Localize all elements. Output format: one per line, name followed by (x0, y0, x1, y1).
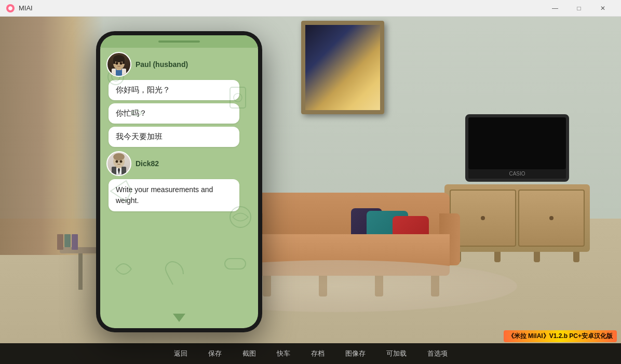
avatar-paul (106, 52, 131, 77)
phone-mockup: Paul (husband) 你好吗，阳光？ 你忙吗？ 我今天要加班 (96, 31, 262, 332)
dick-message-group: Dick82 Write your measurements and weigh… (106, 151, 252, 211)
dick-message[interactable]: Write your measurements and weight. (109, 179, 239, 211)
tv-screen (468, 117, 566, 169)
paul-sender-name: Paul (husband) (136, 60, 188, 69)
cabinet-leg (534, 252, 540, 262)
toolbar-save[interactable]: 保存 (204, 347, 226, 360)
cabinet-leg (494, 252, 501, 262)
toolbar-image-save[interactable]: 图像存 (341, 347, 370, 360)
maximize-button[interactable]: □ (567, 0, 591, 17)
cabinet-legs (455, 252, 579, 262)
curtain (0, 0, 104, 255)
app-icon (6, 4, 15, 12)
background-scene: CASIO (0, 0, 621, 364)
books (57, 234, 78, 250)
cabinet-knob (481, 216, 485, 220)
toolbar-back[interactable]: 返回 (170, 347, 192, 360)
svg-point-22 (120, 160, 123, 163)
tv-cabinet-door-right (518, 190, 585, 247)
window-controls: — □ ✕ (543, 0, 615, 17)
paul-message-1[interactable]: 你好吗，阳光？ (109, 80, 239, 100)
avatar-dick (106, 151, 131, 176)
bottom-toolbar: 返回 保存 截图 快车 存档 图像存 可加载 首选项 (0, 343, 621, 364)
phone-status-bar (100, 35, 258, 48)
dick-sender-name: Dick82 (136, 159, 159, 168)
toolbar-load[interactable]: 可加载 (382, 347, 411, 360)
svg-rect-12 (123, 59, 125, 64)
dick-sender-row: Dick82 (106, 151, 252, 176)
close-button[interactable]: ✕ (591, 0, 615, 17)
tv-cabinet-doors (444, 184, 590, 252)
side-table (60, 247, 101, 289)
svg-rect-11 (113, 59, 115, 64)
book (57, 234, 63, 250)
toolbar-screenshot[interactable]: 截图 (238, 347, 260, 360)
television: CASIO (465, 114, 569, 182)
book (64, 234, 71, 247)
svg-point-20 (113, 153, 125, 160)
version-badge: 《米拉 MilAI》V1.2.b PC+安卓汉化版 (504, 330, 617, 342)
paul-message-2[interactable]: 你忙吗？ (109, 103, 239, 124)
svg-rect-5 (225, 259, 246, 269)
paul-message-3[interactable]: 我今天要加班 (109, 127, 239, 147)
paul-sender-row: Paul (husband) (106, 52, 252, 77)
toolbar-preferences[interactable]: 首选项 (423, 347, 452, 360)
chat-content: Paul (husband) 你好吗，阳光？ 你忙吗？ 我今天要加班 (100, 48, 258, 215)
status-indicator (158, 41, 200, 43)
tv-brand: CASIO (468, 169, 566, 177)
tv-cabinet (444, 184, 590, 252)
paul-message-group: Paul (husband) 你好吗，阳光？ 你忙吗？ 我今天要加班 (106, 52, 252, 147)
navigation-arrow[interactable] (173, 314, 185, 322)
cabinet-knob (549, 216, 554, 220)
toolbar-archive[interactable]: 存档 (307, 347, 329, 360)
painting (301, 21, 384, 114)
table-leg (78, 253, 83, 290)
minimize-button[interactable]: — (543, 0, 567, 17)
svg-point-14 (120, 62, 123, 65)
svg-point-13 (116, 62, 118, 65)
svg-point-21 (116, 160, 118, 163)
title-bar: MIAI — □ ✕ (0, 0, 621, 17)
window-title: MIAI (19, 4, 539, 12)
phone-screen[interactable]: Paul (husband) 你好吗，阳光？ 你忙吗？ 我今天要加班 (100, 35, 258, 328)
toolbar-fast[interactable]: 快车 (273, 347, 294, 360)
cabinet-leg (573, 252, 579, 262)
book (72, 234, 78, 250)
